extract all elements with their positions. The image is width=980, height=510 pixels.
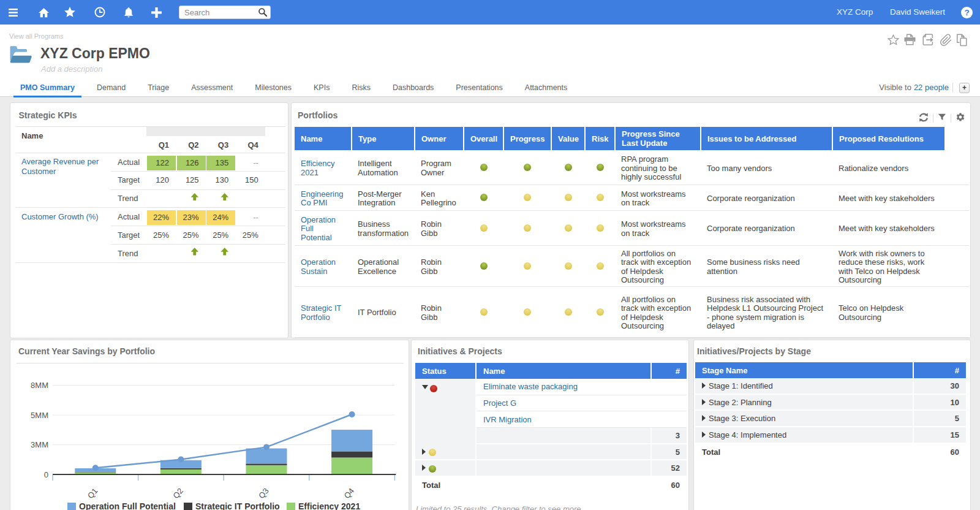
column-header[interactable]: Risk xyxy=(585,127,615,150)
status-group-cell[interactable] xyxy=(415,379,477,444)
print-icon[interactable] xyxy=(904,34,918,47)
column-header[interactable]: Proposed Resolutions xyxy=(832,127,945,150)
collapse-icon[interactable] xyxy=(422,385,428,389)
user-menu[interactable]: David Sweikert xyxy=(890,0,945,25)
breadcrumb[interactable]: View all Programs xyxy=(9,32,63,40)
kpi-target-value: 25% xyxy=(236,230,265,240)
expand-icon[interactable] xyxy=(702,415,706,421)
initiative-name-link[interactable]: IVR Migration xyxy=(477,411,652,428)
column-header[interactable]: Progress xyxy=(503,127,551,150)
settings-icon[interactable] xyxy=(956,112,965,124)
expand-icon[interactable] xyxy=(702,432,706,438)
y-axis-label: 3MM xyxy=(31,440,48,449)
column-header[interactable]: Name xyxy=(295,127,352,150)
refresh-icon[interactable] xyxy=(919,113,929,124)
column-header[interactable]: Type xyxy=(352,127,415,150)
portfolio-name-link[interactable]: Operation Full Potential xyxy=(301,215,336,242)
stage-name: Stage 1: Identified xyxy=(709,381,773,390)
export-icon[interactable] xyxy=(922,34,935,47)
status-group-cell[interactable] xyxy=(415,460,477,477)
visible-people-link[interactable]: 22 people xyxy=(914,83,949,92)
expand-icon[interactable] xyxy=(702,399,706,405)
description-placeholder[interactable]: Add a description xyxy=(41,64,102,74)
initiative-name-link[interactable]: Project G xyxy=(477,395,652,412)
column-header[interactable]: Owner xyxy=(415,127,464,150)
column-header[interactable]: Name xyxy=(477,363,652,379)
stage-name-cell[interactable]: Stage 1: Identified xyxy=(695,378,914,395)
portfolio-issues: Corporate reorganization xyxy=(701,210,832,245)
copy-icon[interactable] xyxy=(956,34,970,47)
help-icon[interactable]: ? xyxy=(961,7,973,18)
total-count: 60 xyxy=(652,477,687,493)
stage-row: Stage 2: Planning10 xyxy=(695,395,966,411)
status-group-cell[interactable] xyxy=(415,444,477,461)
stage-name-cell[interactable]: Stage 2: Planning xyxy=(695,395,914,411)
portfolio-issues: Some business risks need attention xyxy=(701,245,832,286)
column-header[interactable]: # xyxy=(914,362,966,378)
tab-demand[interactable]: Demand xyxy=(86,80,137,97)
home-icon[interactable] xyxy=(37,0,50,25)
column-header[interactable]: Overall xyxy=(464,127,503,150)
portfolio-row: Engineering Co PMIPost-Merger Integratio… xyxy=(295,185,969,210)
favorite-star-icon[interactable] xyxy=(887,34,900,47)
portfolio-row: Operation Full PotentialBusiness transfo… xyxy=(295,210,969,245)
favorites-icon[interactable] xyxy=(63,0,76,25)
status-yellow-dot xyxy=(524,194,531,201)
tab-milestones[interactable]: Milestones xyxy=(244,80,303,97)
portfolio-name-link[interactable]: Engineering Co PMI xyxy=(301,189,343,208)
tab-triage[interactable]: Triage xyxy=(137,80,180,97)
tab-assessment[interactable]: Assessment xyxy=(180,80,244,97)
kpi-name-link[interactable]: Customer Growth (%) xyxy=(21,212,107,222)
total-count: 60 xyxy=(914,444,966,460)
portfolio-owner: Ken Pellegrino xyxy=(415,185,464,210)
tab-pmo-summary[interactable]: PMO Summary xyxy=(9,80,86,97)
expand-icon[interactable] xyxy=(422,449,426,455)
portfolio-name-link[interactable]: Operation Sustain xyxy=(301,257,336,276)
portfolios-header-row: NameTypeOwnerOverallProgressValueRiskPro… xyxy=(295,127,969,150)
column-header[interactable]: Status xyxy=(415,363,477,379)
kpi-trend-up-icon xyxy=(177,248,206,257)
tab-dashboards[interactable]: Dashboards xyxy=(382,80,445,97)
kpi-quarter-header: Q2 xyxy=(177,140,206,150)
tab-kpis[interactable]: KPIs xyxy=(303,80,341,97)
expand-icon[interactable] xyxy=(422,465,426,471)
initiative-name-link[interactable]: Eliminate waste packaging xyxy=(477,379,652,395)
column-header[interactable]: # xyxy=(652,363,687,379)
portfolio-resolutions: Rationalize vendors xyxy=(832,150,945,185)
tab-risks[interactable]: Risks xyxy=(341,80,382,97)
status-dot-cell xyxy=(551,245,585,286)
search-input[interactable] xyxy=(179,6,271,19)
kpi-name-header: Name xyxy=(21,131,43,140)
portfolio-issues: Too many vendors xyxy=(701,150,832,185)
tab-presentations[interactable]: Presentations xyxy=(445,80,513,97)
portfolio-name-link[interactable]: Efficiency 2021 xyxy=(301,159,334,177)
attachment-icon[interactable] xyxy=(940,34,953,47)
add-tab-button[interactable]: + xyxy=(959,83,970,93)
kpi-target-value: 150 xyxy=(236,175,265,185)
org-menu[interactable]: XYZ Corp xyxy=(837,0,873,25)
portfolio-type: Post-Merger Integration xyxy=(352,185,415,210)
tab-attachments[interactable]: Attachments xyxy=(514,80,578,97)
expand-icon[interactable] xyxy=(702,382,706,389)
notifications-icon[interactable] xyxy=(123,0,134,25)
status-dot-cell xyxy=(585,150,615,185)
portfolio-owner: Program Owner xyxy=(415,150,464,185)
search-icon[interactable] xyxy=(258,7,268,20)
menu-icon[interactable] xyxy=(9,0,18,25)
column-header[interactable]: Value xyxy=(551,127,585,150)
stage-name-cell[interactable]: Stage 4: Implemented xyxy=(695,427,914,444)
portfolio-progress-since: Most workstreams on track xyxy=(615,210,701,245)
kpi-actual-value: -- xyxy=(236,156,265,170)
stage-name-cell[interactable]: Stage 3: Execution xyxy=(695,411,914,427)
portfolio-name-link[interactable]: Strategic IT Portfolio xyxy=(301,303,341,322)
kpi-name-link[interactable]: Average Revenue per Customer xyxy=(21,157,107,177)
divider xyxy=(951,114,951,123)
column-header[interactable]: Stage Name xyxy=(695,362,914,378)
filter-icon[interactable] xyxy=(938,113,946,124)
kpi-target-value: 25% xyxy=(147,230,176,240)
column-header[interactable]: Progress Since Last Update xyxy=(615,127,701,150)
recent-icon[interactable] xyxy=(94,0,105,25)
add-icon[interactable] xyxy=(151,0,162,25)
column-header[interactable]: Issues to be Addressed xyxy=(701,127,832,150)
status-dot-cell xyxy=(464,150,503,185)
